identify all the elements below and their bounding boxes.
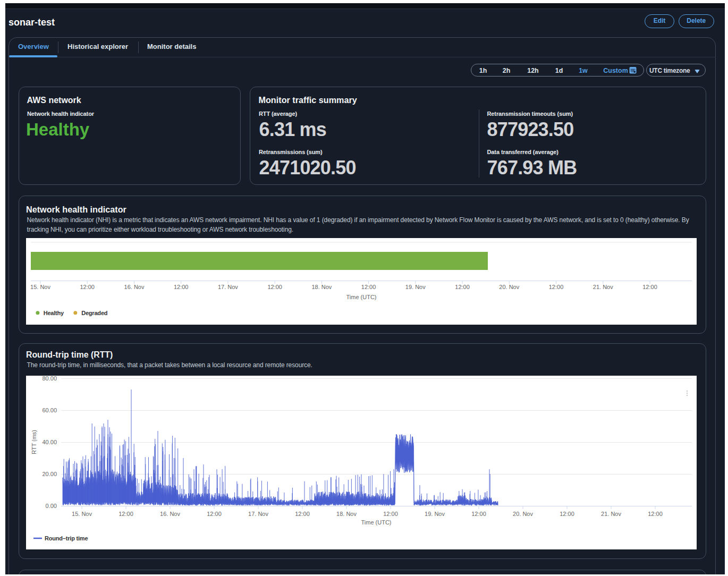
svg-text:18. Nov: 18. Nov [311, 284, 332, 290]
svg-text:RTT (ms): RTT (ms) [31, 430, 37, 454]
svg-text:16. Nov: 16. Nov [124, 284, 145, 290]
svg-text:15. Nov: 15. Nov [72, 511, 92, 517]
svg-text:12:00: 12:00 [361, 284, 376, 290]
svg-text:19. Nov: 19. Nov [405, 284, 426, 290]
svg-text:40.00: 40.00 [42, 439, 57, 445]
svg-text:12:00: 12:00 [118, 511, 133, 517]
svg-text:12:00: 12:00 [549, 284, 564, 290]
svg-text:12:00: 12:00 [383, 511, 398, 517]
svg-text:18. Nov: 18. Nov [336, 511, 357, 517]
svg-text:80.00: 80.00 [42, 376, 57, 382]
svg-text:12:00: 12:00 [295, 511, 310, 517]
svg-text:12:00: 12:00 [642, 284, 657, 290]
svg-text:16. Nov: 16. Nov [160, 511, 180, 517]
svg-text:60.00: 60.00 [42, 407, 57, 413]
svg-text:20. Nov: 20. Nov [513, 511, 533, 517]
svg-text:12:00: 12:00 [648, 511, 663, 517]
svg-text:12:00: 12:00 [455, 284, 470, 290]
svg-text:12:00: 12:00 [174, 284, 189, 290]
svg-text:17. Nov: 17. Nov [218, 284, 238, 290]
svg-text:19. Nov: 19. Nov [425, 511, 445, 517]
svg-text:Round–trip time: Round–trip time [45, 535, 88, 541]
svg-text:Time (UTC): Time (UTC) [346, 294, 376, 300]
svg-text:12:00: 12:00 [267, 284, 282, 290]
svg-text:21. Nov: 21. Nov [601, 511, 621, 517]
svg-text:12:00: 12:00 [560, 511, 574, 517]
svg-text:15. Nov: 15. Nov [30, 284, 50, 290]
svg-text:17. Nov: 17. Nov [248, 511, 268, 517]
svg-text:12:00: 12:00 [80, 284, 95, 290]
svg-text:12:00: 12:00 [471, 511, 486, 517]
svg-text:20. Nov: 20. Nov [499, 284, 519, 290]
svg-text:20.00: 20.00 [42, 471, 57, 477]
svg-text:0.00: 0.00 [46, 503, 57, 509]
svg-text:12:00: 12:00 [207, 511, 222, 517]
svg-text:Time (UTC): Time (UTC) [361, 519, 391, 526]
svg-text:Healthy: Healthy [44, 310, 64, 316]
svg-text:Degraded: Degraded [81, 310, 107, 316]
svg-text:21. Nov: 21. Nov [593, 284, 613, 290]
